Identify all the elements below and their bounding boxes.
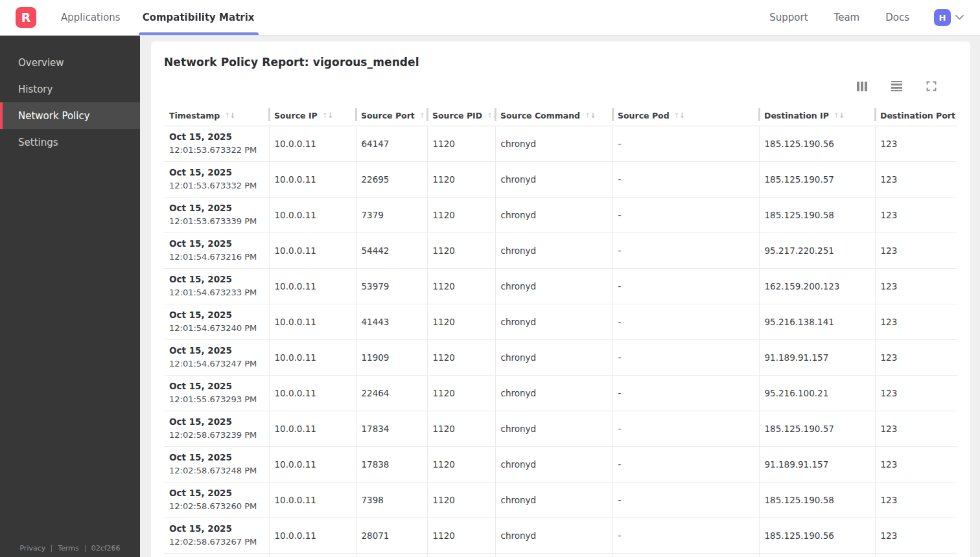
source-command-cell: chronyd bbox=[495, 304, 612, 339]
column-header-source-pid[interactable]: Source PID↑↓ bbox=[427, 106, 495, 126]
sort-icon[interactable]: ↑↓ bbox=[585, 112, 595, 119]
footer-divider bbox=[85, 545, 86, 552]
table-row: Oct 15, 2025 12:02:58.673267 PM 10.0.0.1… bbox=[164, 517, 957, 553]
source-port-cell: 22695 bbox=[356, 161, 427, 197]
column-header-timestamp[interactable]: Timestamp↑↓ bbox=[164, 106, 269, 126]
sidebar-item-settings[interactable]: Settings bbox=[0, 129, 140, 155]
sort-icon[interactable]: ↑↓ bbox=[224, 112, 235, 119]
fullscreen-icon[interactable] bbox=[926, 81, 937, 91]
privacy-link[interactable]: Privacy bbox=[19, 544, 45, 552]
sort-icon[interactable]: ↑↓ bbox=[834, 112, 844, 119]
source-pod-cell: - bbox=[612, 197, 759, 233]
column-header-source-port[interactable]: Source Port↑↓ bbox=[356, 106, 427, 126]
destination-ip-cell: 91.189.91.157 bbox=[759, 339, 875, 375]
timestamp-cell: Oct 15, 2025 12:01:53.673339 PM bbox=[164, 197, 269, 233]
terms-link[interactable]: Terms bbox=[58, 544, 78, 552]
team-link[interactable]: Team bbox=[834, 12, 860, 23]
sort-icon[interactable]: ↑↓ bbox=[674, 112, 684, 119]
sidebar-item-overview[interactable]: Overview bbox=[0, 49, 140, 76]
destination-port-cell bbox=[875, 553, 957, 557]
page-title: Network Policy Report: vigorous_mendel bbox=[164, 56, 957, 69]
destination-ip-cell: 185.125.190.57 bbox=[759, 411, 875, 446]
source-ip-cell: 10.0.0.11 bbox=[269, 375, 356, 411]
source-ip-cell: 10.0.0.11 bbox=[269, 197, 356, 233]
column-header-source-command[interactable]: Source Command↑↓ bbox=[495, 106, 612, 126]
destination-ip-cell: 95.217.220.251 bbox=[759, 233, 875, 268]
table-row: Oct 15, 2025 bbox=[164, 553, 957, 557]
docs-link[interactable]: Docs bbox=[885, 12, 909, 23]
source-pod-cell: - bbox=[612, 446, 759, 482]
table-row: Oct 15, 2025 12:01:54.673240 PM 10.0.0.1… bbox=[164, 304, 957, 339]
topbar: R Applications Compatibility Matrix Supp… bbox=[0, 0, 980, 36]
table-row: Oct 15, 2025 12:01:55.673293 PM 10.0.0.1… bbox=[164, 375, 957, 411]
destination-port-cell: 123 bbox=[875, 304, 957, 339]
source-ip-cell: 10.0.0.11 bbox=[269, 411, 356, 446]
columns-icon[interactable] bbox=[857, 82, 868, 91]
table-row: Oct 15, 2025 12:01:53.673332 PM 10.0.0.1… bbox=[164, 161, 957, 197]
source-port-cell: 11909 bbox=[356, 339, 427, 375]
source-command-cell: chronyd bbox=[495, 375, 612, 411]
source-pid-cell: 1120 bbox=[427, 446, 495, 482]
destination-ip-cell: 185.125.190.57 bbox=[759, 161, 875, 197]
source-port-cell: 53979 bbox=[356, 268, 427, 304]
timestamp-cell: Oct 15, 2025 12:01:53.673322 PM bbox=[164, 126, 269, 161]
tab-compatibility-matrix[interactable]: Compatibility Matrix bbox=[139, 0, 259, 35]
destination-port-cell: 123 bbox=[875, 375, 957, 411]
chevron-down-icon[interactable] bbox=[955, 14, 964, 21]
column-header-source-pod[interactable]: Source Pod↑↓ bbox=[612, 106, 759, 126]
column-header-destination-ip[interactable]: Destination IP↑↓ bbox=[759, 106, 875, 126]
table-row: Oct 15, 2025 12:02:58.673248 PM 10.0.0.1… bbox=[164, 446, 957, 482]
table-row: Oct 15, 2025 12:01:53.673339 PM 10.0.0.1… bbox=[164, 197, 957, 233]
source-command-cell: chronyd bbox=[495, 126, 612, 161]
source-command-cell: chronyd bbox=[495, 197, 612, 233]
source-pod-cell: - bbox=[612, 304, 759, 339]
timestamp-cell: Oct 15, 2025 12:02:58.673239 PM bbox=[164, 411, 269, 446]
support-link[interactable]: Support bbox=[769, 12, 808, 23]
sidebar-item-history[interactable]: History bbox=[0, 76, 140, 102]
source-pid-cell: 1120 bbox=[427, 482, 495, 517]
source-ip-cell: 10.0.0.11 bbox=[269, 233, 356, 268]
column-header-source-ip[interactable]: Source IP↑↓ bbox=[269, 106, 356, 126]
table-body: Oct 15, 2025 12:01:53.673322 PM 10.0.0.1… bbox=[164, 126, 957, 557]
table-row: Oct 15, 2025 12:02:58.673239 PM 10.0.0.1… bbox=[164, 411, 957, 446]
source-pid-cell: 1120 bbox=[427, 197, 495, 233]
rows-icon[interactable] bbox=[891, 81, 902, 91]
destination-ip-cell: 185.125.190.58 bbox=[759, 197, 875, 233]
source-port-cell: 41443 bbox=[356, 304, 427, 339]
source-pod-cell: - bbox=[612, 517, 759, 553]
table-row: Oct 15, 2025 12:01:54.673233 PM 10.0.0.1… bbox=[164, 268, 957, 304]
destination-ip-cell: 91.189.91.157 bbox=[759, 446, 875, 482]
source-ip-cell: 10.0.0.11 bbox=[269, 304, 356, 339]
source-command-cell: chronyd bbox=[495, 517, 612, 553]
topbar-right: Support Team Docs H bbox=[743, 9, 980, 26]
source-port-cell: 17834 bbox=[356, 411, 427, 446]
source-port-cell: 64147 bbox=[356, 126, 427, 161]
sidebar: Overview History Network Policy Settings… bbox=[0, 36, 140, 557]
timestamp-cell: Oct 15, 2025 12:02:58.673248 PM bbox=[164, 446, 269, 482]
source-pid-cell bbox=[427, 553, 495, 557]
destination-port-cell: 123 bbox=[875, 517, 957, 553]
source-command-cell: chronyd bbox=[495, 411, 612, 446]
destination-port-cell: 123 bbox=[875, 482, 957, 517]
timestamp-cell: Oct 15, 2025 12:01:55.673293 PM bbox=[164, 375, 269, 411]
sidebar-item-network-policy[interactable]: Network Policy bbox=[0, 102, 140, 129]
destination-ip-cell: 162.159.200.123 bbox=[759, 268, 875, 304]
source-ip-cell: 10.0.0.11 bbox=[269, 482, 356, 517]
source-command-cell bbox=[495, 553, 612, 557]
destination-ip-cell: 95.216.138.141 bbox=[759, 304, 875, 339]
timestamp-cell: Oct 15, 2025 12:01:54.673233 PM bbox=[164, 268, 269, 304]
source-ip-cell bbox=[269, 553, 356, 557]
source-pid-cell: 1120 bbox=[427, 411, 495, 446]
source-pod-cell: - bbox=[612, 233, 759, 268]
table-row: Oct 15, 2025 12:02:58.673260 PM 10.0.0.1… bbox=[164, 482, 957, 517]
sidebar-nav: Overview History Network Policy Settings bbox=[0, 36, 140, 155]
source-port-cell: 17838 bbox=[356, 446, 427, 482]
sort-icon[interactable]: ↑↓ bbox=[322, 112, 332, 119]
source-port-cell: 7398 bbox=[356, 482, 427, 517]
app-logo[interactable]: R bbox=[16, 7, 36, 28]
destination-port-cell: 123 bbox=[875, 411, 957, 446]
tab-applications[interactable]: Applications bbox=[57, 0, 124, 35]
destination-port-cell: 123 bbox=[875, 446, 957, 482]
column-header-destination-port[interactable]: Destination Port↑↓ bbox=[875, 106, 957, 126]
user-avatar[interactable]: H bbox=[934, 9, 951, 26]
